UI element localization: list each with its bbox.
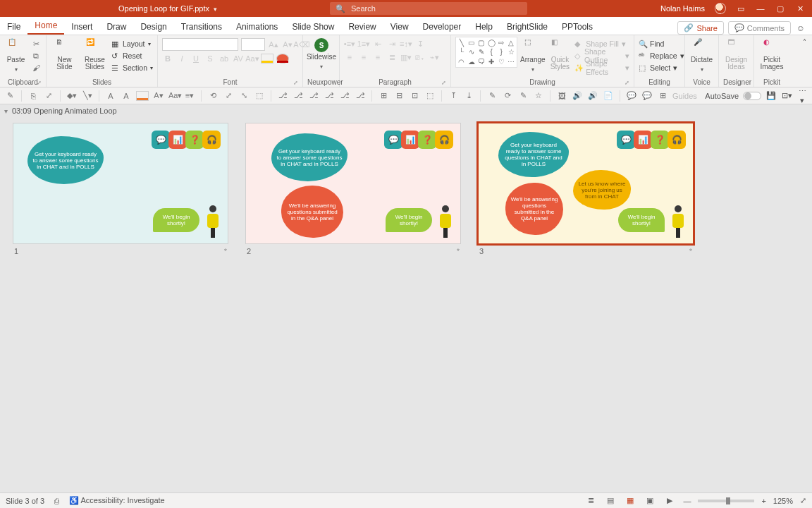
qat-icon[interactable]: ⎇ — [277, 91, 288, 100]
qat-icon[interactable]: 🖼 — [556, 92, 567, 100]
qat-icon[interactable]: ⊡ — [409, 91, 420, 100]
align-left-icon[interactable]: ≡ — [344, 52, 355, 63]
qat-more-icon[interactable]: ⊡▾ — [781, 91, 792, 100]
user-avatar[interactable] — [715, 3, 726, 14]
copy-icon[interactable]: ⧉ — [30, 50, 42, 61]
minimize-icon[interactable]: — — [756, 4, 765, 13]
smartart-icon[interactable]: ⌁▾ — [429, 52, 440, 63]
qat-icon[interactable]: ⎘ — [27, 92, 39, 100]
qat-icon[interactable]: 📄 — [603, 91, 614, 100]
qat-icon[interactable]: ⊞ — [378, 91, 389, 100]
qat-icon[interactable]: ⤒ — [448, 91, 459, 100]
tab-animations[interactable]: Animations — [229, 18, 285, 35]
chevron-down-icon[interactable] — [320, 62, 323, 70]
qat-icon[interactable]: ⤢ — [43, 91, 54, 100]
new-slide-button[interactable]: 🗎 New Slide — [51, 37, 78, 71]
qat-customize-icon[interactable]: ⋯▾ — [796, 87, 808, 105]
shape-more-icon[interactable]: ⋯ — [507, 57, 516, 66]
autosave-toggle[interactable] — [743, 92, 761, 100]
dialog-launcher-icon[interactable]: ⤢ — [441, 80, 446, 86]
tab-insert[interactable]: Insert — [64, 18, 99, 35]
tab-developer[interactable]: Developer — [416, 18, 469, 35]
qat-icon[interactable]: 🔊 — [587, 91, 598, 100]
user-name[interactable]: Nolan Haims — [660, 4, 705, 13]
dialog-launcher-icon[interactable]: ⤢ — [625, 80, 629, 86]
reading-view-icon[interactable]: ▣ — [644, 496, 656, 505]
numbering-icon[interactable]: 1≡▾ — [358, 38, 369, 49]
tab-file[interactable]: File — [0, 18, 27, 35]
section-collapse-icon[interactable] — [4, 107, 8, 115]
maximize-icon[interactable]: ▢ — [775, 4, 785, 13]
tab-draw[interactable]: Draw — [99, 18, 133, 35]
tab-slide-show[interactable]: Slide Show — [285, 18, 341, 35]
shape-arc-icon[interactable]: ◠ — [457, 57, 466, 66]
qat-icon[interactable]: ⊟ — [393, 91, 405, 100]
layout-button[interactable]: ▦Layout ▾ — [111, 38, 153, 49]
dialog-launcher-icon[interactable]: ⤢ — [37, 80, 42, 86]
qat-icon[interactable]: ⊞ — [657, 91, 668, 100]
shape-oval-icon[interactable]: ◯ — [487, 38, 496, 47]
qat-font-color-icon[interactable] — [136, 91, 149, 101]
arrange-button[interactable]: ⬚ Arrange — [520, 37, 546, 73]
shape-star-icon[interactable]: ☆ — [507, 48, 516, 57]
qat-icon[interactable]: ⎇ — [324, 91, 335, 100]
bullets-icon[interactable]: •≡▾ — [344, 38, 355, 49]
change-case-icon[interactable]: Aa▾ — [247, 53, 258, 64]
qat-icon[interactable]: ⟲ — [207, 91, 219, 100]
section-button[interactable]: ☰Section ▾ — [111, 62, 153, 73]
close-icon[interactable]: ✕ — [795, 4, 805, 13]
replace-button[interactable]: ᵃᵇReplace ▾ — [639, 50, 684, 61]
qat-icon[interactable]: ✎ — [517, 91, 529, 100]
zoom-level[interactable]: 125% — [773, 497, 793, 505]
justify-icon[interactable]: ≣ — [386, 52, 398, 63]
slide-thumb-3[interactable]: Get your keyboard ready to answer some q… — [478, 123, 694, 255]
tab-design[interactable]: Design — [133, 18, 173, 35]
font-color-icon[interactable] — [276, 54, 289, 64]
shape-brace2-icon[interactable]: } — [497, 48, 506, 57]
qat-icon[interactable]: A — [105, 92, 116, 100]
qat-icon[interactable]: ⬚ — [424, 91, 436, 100]
reset-button[interactable]: ↺Reset — [111, 50, 153, 61]
shape-brace-icon[interactable]: { — [487, 48, 496, 57]
paste-button[interactable]: 📋 Paste — [4, 37, 27, 73]
shape-curve-icon[interactable]: ∿ — [467, 48, 476, 57]
slide-thumb-2[interactable]: Get your keyboard ready to answer some q… — [245, 123, 461, 255]
tab-review[interactable]: Review — [341, 18, 383, 35]
shadow-icon[interactable]: ab — [219, 53, 230, 64]
select-button[interactable]: ⬚Select ▾ — [639, 62, 684, 73]
shape-rrect-icon[interactable]: ▢ — [476, 38, 486, 47]
qat-icon[interactable]: ╲▾ — [82, 91, 93, 100]
dialog-launcher-icon[interactable]: ⤢ — [293, 80, 298, 86]
shape-line-icon[interactable]: ╲ — [457, 38, 466, 47]
qat-icon[interactable]: ☆ — [533, 91, 544, 100]
shape-tri-icon[interactable]: △ — [507, 38, 516, 47]
qat-icon[interactable]: ⤢ — [223, 91, 234, 100]
comments-button[interactable]: 💬Comments — [728, 21, 791, 35]
qat-icon[interactable]: ⤓ — [463, 91, 474, 100]
title-dropdown-icon[interactable] — [214, 4, 217, 13]
collapse-ribbon-icon[interactable]: ˄ — [803, 35, 812, 87]
slidewise-button[interactable]: S Slidewise — [307, 37, 336, 70]
document-title[interactable]: Opening Loop for GIF.pptx — [113, 4, 217, 13]
line-spacing-icon[interactable]: ≡↕▾ — [400, 38, 412, 49]
slide-count[interactable]: Slide 3 of 3 — [6, 497, 44, 505]
qat-icon[interactable]: ⎇ — [339, 91, 350, 100]
decrease-indent-icon[interactable]: ⇤ — [372, 38, 383, 49]
dictate-button[interactable]: 🎤 Dictate — [689, 37, 714, 73]
shape-elbow-icon[interactable]: └ — [457, 48, 466, 57]
font-size-input[interactable] — [241, 38, 265, 51]
tab-help[interactable]: Help — [468, 18, 500, 35]
chevron-down-icon[interactable] — [701, 65, 703, 73]
zoom-slider[interactable] — [698, 500, 754, 502]
font-name-input[interactable] — [162, 38, 238, 51]
find-button[interactable]: 🔍Find — [639, 38, 684, 49]
fit-to-window-icon[interactable]: ⤢ — [800, 496, 806, 505]
shape-cloud-icon[interactable]: ☁ — [467, 57, 476, 66]
qat-icon[interactable]: A — [121, 92, 132, 100]
design-ideas-button[interactable]: 🗔 Design Ideas — [723, 37, 749, 71]
search-box[interactable]: 🔍 Search — [330, 2, 527, 15]
zoom-in-icon[interactable]: + — [761, 497, 765, 505]
save-icon[interactable]: 💾 — [765, 91, 777, 100]
tab-pptools[interactable]: PPTools — [555, 18, 600, 35]
cut-icon[interactable]: ✂ — [30, 38, 42, 49]
